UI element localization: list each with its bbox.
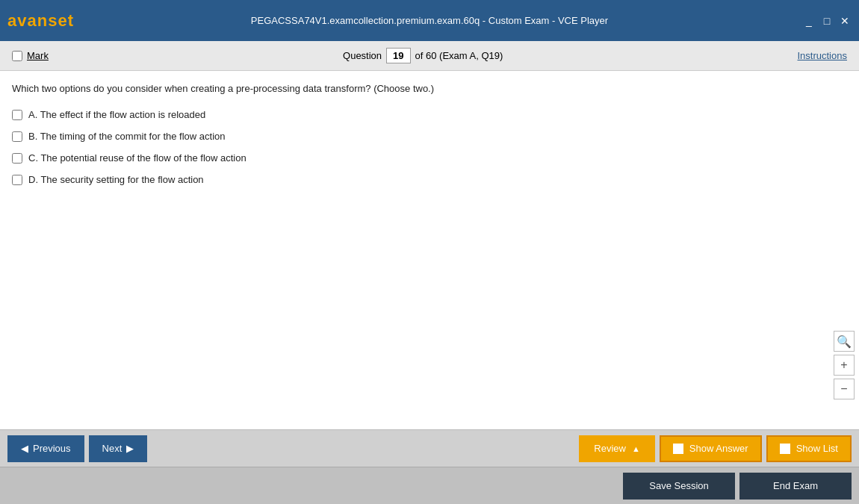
save-session-button[interactable]: Save Session	[623, 473, 735, 500]
content-area: Which two options do you consider when c…	[0, 71, 859, 429]
zoom-in-icon: +	[840, 358, 847, 372]
zoom-out-icon: −	[840, 382, 847, 396]
mark-area: Mark	[12, 50, 49, 61]
right-tools: 🔍 + −	[834, 331, 855, 399]
bottom-nav: ◀ Previous Next ▶ Review ▲ Show Answer S…	[0, 429, 859, 467]
mark-label[interactable]: Mark	[27, 50, 49, 61]
answer-text-c: C. The potential reuse of the flow of th…	[28, 152, 246, 164]
answer-text-a: A. The effect if the flow action is relo…	[28, 109, 205, 120]
title-bar: avanset PEGACSSA74V1.examcollection.prem…	[0, 0, 859, 41]
window-controls: _ □ ✕	[802, 14, 852, 28]
window-title: PEGACSSA74V1.examcollection.premium.exam…	[251, 15, 608, 26]
show-answer-button[interactable]: Show Answer	[660, 435, 762, 462]
search-icon: 🔍	[837, 335, 852, 349]
answer-text-b: B. The timing of the commit for the flow…	[28, 131, 226, 142]
next-label: Next	[102, 443, 123, 454]
review-button[interactable]: Review ▲	[579, 435, 655, 462]
minimize-button[interactable]: _	[802, 14, 816, 28]
zoom-in-button[interactable]: +	[834, 355, 855, 376]
answer-checkbox-d[interactable]	[12, 175, 22, 185]
answer-option-a: A. The effect if the flow action is relo…	[12, 109, 847, 120]
review-label: Review	[594, 443, 626, 454]
previous-button[interactable]: ◀ Previous	[7, 435, 84, 462]
prev-arrow-icon: ◀	[21, 443, 28, 454]
show-answer-icon	[673, 444, 683, 454]
show-list-icon	[780, 444, 790, 454]
show-list-label: Show List	[796, 443, 838, 454]
next-button[interactable]: Next ▶	[89, 435, 148, 462]
answer-option-d: D. The security setting for the flow act…	[12, 174, 847, 185]
answer-option-c: C. The potential reuse of the flow of th…	[12, 152, 847, 164]
instructions-link[interactable]: Instructions	[798, 50, 847, 61]
question-label: Question	[343, 50, 382, 61]
app-logo: avanset	[7, 11, 74, 31]
answer-checkbox-a[interactable]	[12, 110, 22, 120]
question-nav: Question 19 of 60 (Exam A, Q19)	[343, 48, 503, 63]
previous-label: Previous	[33, 443, 71, 454]
question-bar: Mark Question 19 of 60 (Exam A, Q19) Ins…	[0, 41, 859, 71]
show-answer-label: Show Answer	[689, 443, 748, 454]
answer-option-b: B. The timing of the commit for the flow…	[12, 131, 847, 142]
maximize-button[interactable]: □	[820, 14, 834, 28]
bottom-actions: Save Session End Exam	[0, 467, 859, 504]
answer-text-d: D. The security setting for the flow act…	[28, 174, 204, 185]
zoom-out-button[interactable]: −	[834, 379, 855, 399]
question-total: of 60 (Exam A, Q19)	[415, 50, 503, 61]
close-button[interactable]: ✕	[838, 14, 852, 28]
logo-text-main: avan	[7, 11, 48, 30]
question-number-box: 19	[386, 48, 410, 63]
review-arrow-icon: ▲	[632, 444, 640, 453]
end-exam-button[interactable]: End Exam	[739, 473, 852, 500]
question-text: Which two options do you consider when c…	[12, 83, 847, 94]
mark-checkbox[interactable]	[12, 51, 22, 61]
search-button[interactable]: 🔍	[834, 331, 855, 352]
show-list-button[interactable]: Show List	[766, 435, 852, 462]
logo-text-accent: set	[48, 11, 74, 30]
next-arrow-icon: ▶	[126, 443, 134, 454]
answer-checkbox-b[interactable]	[12, 131, 22, 142]
answer-checkbox-c[interactable]	[12, 153, 22, 164]
